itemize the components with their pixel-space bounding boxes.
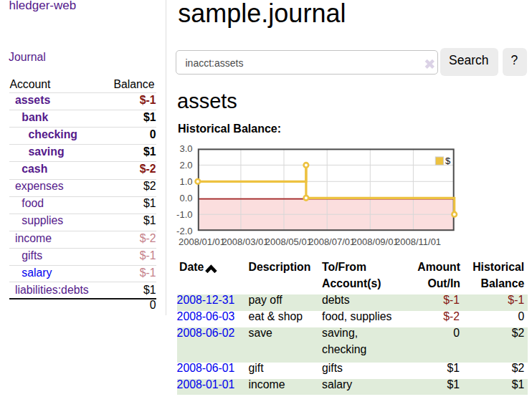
svg-text:2008/01/01: 2008/01/01 [179,236,225,247]
svg-text:2008/09/01: 2008/09/01 [352,236,399,247]
svg-text:0.0: 0.0 [179,193,192,203]
svg-text:-1.0: -1.0 [176,209,192,220]
svg-text:3.0: 3.0 [179,143,192,154]
svg-text:2008/11/01: 2008/11/01 [395,236,441,247]
svg-text:2008/07/01: 2008/07/01 [308,236,355,247]
svg-text:$: $ [445,155,451,166]
svg-text:2.0: 2.0 [179,160,192,171]
svg-text:-2.0: -2.0 [176,226,192,236]
svg-text:1.0: 1.0 [179,176,192,187]
svg-text:2008/03/01: 2008/03/01 [222,236,268,247]
svg-text:2008/05/01: 2008/05/01 [265,236,312,247]
